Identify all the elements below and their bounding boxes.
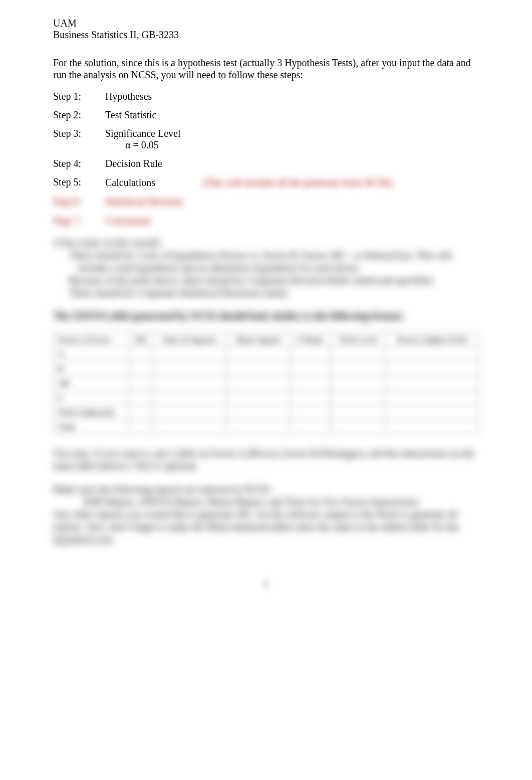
table-header-row: Source of Error DF Sum of Squares Mean S… <box>54 332 479 347</box>
cell <box>130 361 153 376</box>
step-sub-text: α = 0.05 <box>125 139 479 151</box>
cell <box>331 376 386 391</box>
cell <box>226 405 290 420</box>
note-item: There should be 3 separate Statistical D… <box>78 287 479 299</box>
page-number: 2 <box>0 578 532 590</box>
cell <box>130 420 153 434</box>
col-header: Mean Square <box>226 332 290 347</box>
cell <box>153 405 227 420</box>
table-row: Total <box>54 420 479 434</box>
cell <box>153 347 227 361</box>
cell <box>290 420 331 434</box>
step-label: Step 5: <box>53 176 105 188</box>
step-label: Step 1: <box>53 91 105 102</box>
step-label: Step 4: <box>53 158 105 169</box>
step-value: Test Statistic <box>105 109 479 121</box>
institution-name: UAM <box>53 18 479 29</box>
step-label: Step 6: <box>53 196 105 208</box>
cell <box>386 391 479 405</box>
table-row: A <box>54 347 479 361</box>
notes-title: A few notes on the overall: <box>53 237 479 249</box>
document-header: UAM Business Statistics II, GB-3233 <box>53 18 479 41</box>
cell <box>331 347 386 361</box>
followup-block: Make sure the following reports are sele… <box>53 483 479 546</box>
row-label: B <box>54 361 130 376</box>
cell <box>226 420 290 434</box>
step-note: (This will include all the printouts fro… <box>203 176 392 188</box>
step-value: Decision Rule <box>105 158 479 169</box>
table-row: B <box>54 361 479 376</box>
followup-tail: Any other reports you would like to gene… <box>53 509 459 545</box>
cell <box>130 391 153 405</box>
step-label: Step 2: <box>53 109 105 121</box>
cell <box>386 376 479 391</box>
cell <box>153 391 227 405</box>
row-label: A <box>54 347 130 361</box>
steps-list: Step 1: Hypotheses Step 2: Test Statisti… <box>53 91 479 227</box>
cell <box>130 376 153 391</box>
table-row: AB <box>54 376 479 391</box>
row-label: AB <box>54 376 130 391</box>
cell <box>290 391 331 405</box>
table-heading: The ANOVA table generated by NCSS should… <box>53 310 479 322</box>
cell <box>226 361 290 376</box>
step-value: Statistical Decision <box>105 196 479 208</box>
step-value: Calculations (This will include all the … <box>105 176 479 188</box>
col-header: Sum of Squares <box>153 332 227 347</box>
cell <box>386 420 479 434</box>
table-row: S <box>54 391 479 405</box>
cell <box>290 361 331 376</box>
col-header: DF <box>130 332 153 347</box>
cell <box>226 376 290 391</box>
note-item: There should be 3 sets of hypotheses (Fa… <box>78 249 479 274</box>
step-value-text: Calculations <box>105 177 155 188</box>
step-label: Step 3: <box>53 128 105 151</box>
cell <box>290 376 331 391</box>
cell <box>226 391 290 405</box>
cell <box>153 361 227 376</box>
cell <box>290 405 331 420</box>
row-label: Total <box>54 420 130 434</box>
step-label: Step 7: <box>53 215 105 227</box>
notes-block: A few notes on the overall: There should… <box>53 237 479 299</box>
cell <box>130 347 153 361</box>
step-value-text: Significance Level <box>105 128 181 139</box>
table-row: Total (Adjusted) <box>54 405 479 420</box>
cell <box>331 405 386 420</box>
anova-table: Source of Error DF Sum of Squares Mean S… <box>53 332 479 434</box>
col-header: Power (Alpha=0.05) <box>386 332 479 347</box>
cell <box>153 376 227 391</box>
cell <box>290 347 331 361</box>
followup-lead: Make sure the following reports are sele… <box>53 484 272 495</box>
course-name: Business Statistics II, GB-3233 <box>53 29 479 41</box>
step-value: Conclusion <box>105 215 479 227</box>
intro-paragraph: For the solution, since this is a hypoth… <box>53 57 479 81</box>
cell <box>226 347 290 361</box>
col-header: F-Ratio <box>290 332 331 347</box>
cell <box>331 391 386 405</box>
row-label: Total (Adjusted) <box>54 405 130 420</box>
step-value: Hypotheses <box>105 91 479 102</box>
step-value: Significance Level α = 0.05 <box>105 128 479 151</box>
cell <box>386 405 479 420</box>
col-header: Source of Error <box>54 332 130 347</box>
cell <box>386 361 479 376</box>
col-header: Prob Level <box>331 332 386 347</box>
followup-list: EMS Report, ANOVA Report, Means Report, … <box>83 496 420 508</box>
cell <box>331 361 386 376</box>
note-item: Because of the point above, there should… <box>78 274 479 287</box>
row-label: S <box>54 391 130 405</box>
cell <box>130 405 153 420</box>
cell <box>386 347 479 361</box>
cell <box>153 420 227 434</box>
cell <box>331 420 386 434</box>
followup-paragraph: You may, if you want to, put a label on … <box>53 447 479 472</box>
